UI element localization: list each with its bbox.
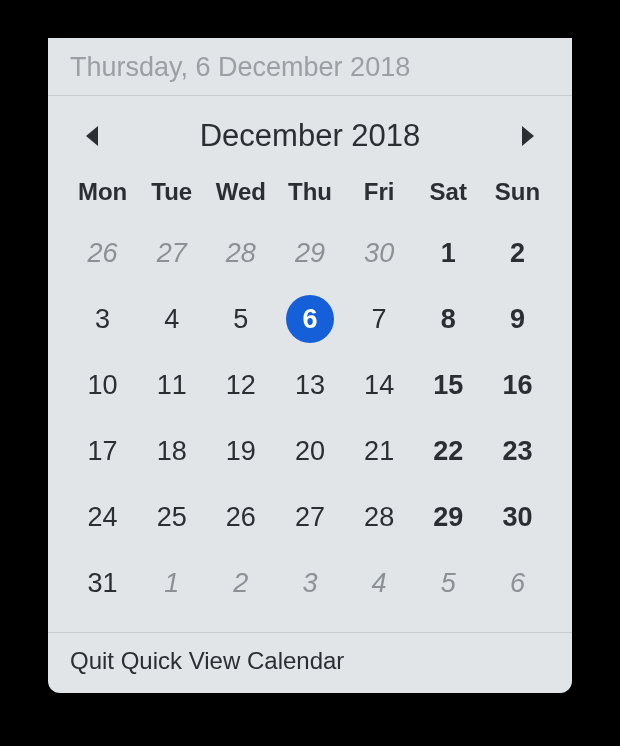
calendar-day[interactable]: 29 <box>414 488 483 546</box>
day-number: 2 <box>233 568 248 599</box>
calendar-day[interactable]: 22 <box>414 422 483 480</box>
calendar-day[interactable]: 2 <box>483 224 552 282</box>
calendar-day[interactable]: 12 <box>206 356 275 414</box>
next-month-button[interactable] <box>510 119 544 153</box>
day-number: 3 <box>302 568 317 599</box>
calendar-day[interactable]: 17 <box>68 422 137 480</box>
calendar-day[interactable]: 27 <box>137 224 206 282</box>
day-number: 2 <box>510 238 525 269</box>
day-number: 5 <box>233 304 248 335</box>
chevron-right-icon <box>518 125 536 147</box>
svg-marker-0 <box>86 126 98 146</box>
day-number: 9 <box>510 304 525 335</box>
day-number: 4 <box>372 568 387 599</box>
day-number: 12 <box>226 370 256 401</box>
calendar-day[interactable]: 19 <box>206 422 275 480</box>
calendar-day[interactable]: 21 <box>345 422 414 480</box>
calendar-panel: Thursday, 6 December 2018 December 2018 … <box>48 38 572 693</box>
calendar-day[interactable]: 31 <box>68 554 137 612</box>
calendar-day[interactable]: 2 <box>206 554 275 612</box>
today-indicator: 6 <box>286 295 334 343</box>
svg-marker-1 <box>522 126 534 146</box>
calendar-day[interactable]: 3 <box>275 554 344 612</box>
day-number: 23 <box>502 436 532 467</box>
calendar-day[interactable]: 5 <box>414 554 483 612</box>
day-number: 27 <box>295 502 325 533</box>
day-number: 26 <box>226 502 256 533</box>
calendar-day[interactable]: 30 <box>345 224 414 282</box>
calendar-day[interactable]: 4 <box>137 290 206 348</box>
calendar-day[interactable]: 23 <box>483 422 552 480</box>
chevron-left-icon <box>84 125 102 147</box>
day-number: 31 <box>88 568 118 599</box>
day-number: 4 <box>164 304 179 335</box>
calendar-day[interactable]: 10 <box>68 356 137 414</box>
weekday-header: Sat <box>414 172 483 216</box>
calendar-day[interactable]: 9 <box>483 290 552 348</box>
calendar-day[interactable]: 18 <box>137 422 206 480</box>
calendar-day[interactable]: 25 <box>137 488 206 546</box>
calendar-day[interactable]: 11 <box>137 356 206 414</box>
calendar-day[interactable]: 6 <box>483 554 552 612</box>
day-number: 29 <box>433 502 463 533</box>
weekday-header: Wed <box>206 172 275 216</box>
calendar-day[interactable]: 4 <box>345 554 414 612</box>
weekday-header: Fri <box>345 172 414 216</box>
day-number: 10 <box>88 370 118 401</box>
calendar-day[interactable]: 13 <box>275 356 344 414</box>
day-number: 16 <box>502 370 532 401</box>
calendar-day[interactable]: 26 <box>68 224 137 282</box>
calendar-day[interactable]: 24 <box>68 488 137 546</box>
day-number: 17 <box>88 436 118 467</box>
calendar-day[interactable]: 29 <box>275 224 344 282</box>
quit-label: Quit Quick View Calendar <box>70 647 344 674</box>
calendar-day[interactable]: 14 <box>345 356 414 414</box>
day-number: 26 <box>88 238 118 269</box>
calendar-grid: MonTueWedThuFriSatSun2627282930123456789… <box>48 168 572 632</box>
calendar-day[interactable]: 8 <box>414 290 483 348</box>
day-number: 28 <box>364 502 394 533</box>
day-number: 27 <box>157 238 187 269</box>
quit-menu-item[interactable]: Quit Quick View Calendar <box>48 632 572 693</box>
calendar-day[interactable]: 3 <box>68 290 137 348</box>
day-number: 30 <box>364 238 394 269</box>
day-number: 22 <box>433 436 463 467</box>
calendar-day[interactable]: 30 <box>483 488 552 546</box>
calendar-day[interactable]: 1 <box>414 224 483 282</box>
current-date-header: Thursday, 6 December 2018 <box>48 38 572 96</box>
day-number: 29 <box>295 238 325 269</box>
day-number: 20 <box>295 436 325 467</box>
calendar-day[interactable]: 20 <box>275 422 344 480</box>
calendar-day[interactable]: 16 <box>483 356 552 414</box>
month-year-label: December 2018 <box>200 118 421 154</box>
day-number: 28 <box>226 238 256 269</box>
day-number: 25 <box>157 502 187 533</box>
day-number: 1 <box>441 238 456 269</box>
calendar-day[interactable]: 27 <box>275 488 344 546</box>
calendar-day[interactable]: 5 <box>206 290 275 348</box>
month-nav: December 2018 <box>48 96 572 168</box>
current-date-label: Thursday, 6 December 2018 <box>70 52 410 82</box>
calendar-day[interactable]: 26 <box>206 488 275 546</box>
prev-month-button[interactable] <box>76 119 110 153</box>
calendar-day[interactable]: 15 <box>414 356 483 414</box>
calendar-day[interactable]: 1 <box>137 554 206 612</box>
calendar-day[interactable]: 7 <box>345 290 414 348</box>
day-number: 15 <box>433 370 463 401</box>
day-number: 24 <box>88 502 118 533</box>
calendar-day[interactable]: 6 <box>275 290 344 348</box>
calendar-day[interactable]: 28 <box>345 488 414 546</box>
day-number: 11 <box>157 370 187 401</box>
calendar-day[interactable]: 28 <box>206 224 275 282</box>
day-number: 21 <box>364 436 394 467</box>
day-number: 30 <box>502 502 532 533</box>
day-number: 6 <box>510 568 525 599</box>
day-number: 7 <box>372 304 387 335</box>
day-number: 19 <box>226 436 256 467</box>
day-number: 18 <box>157 436 187 467</box>
day-number: 5 <box>441 568 456 599</box>
day-number: 14 <box>364 370 394 401</box>
day-number: 13 <box>295 370 325 401</box>
day-number: 8 <box>441 304 456 335</box>
day-number: 1 <box>164 568 179 599</box>
